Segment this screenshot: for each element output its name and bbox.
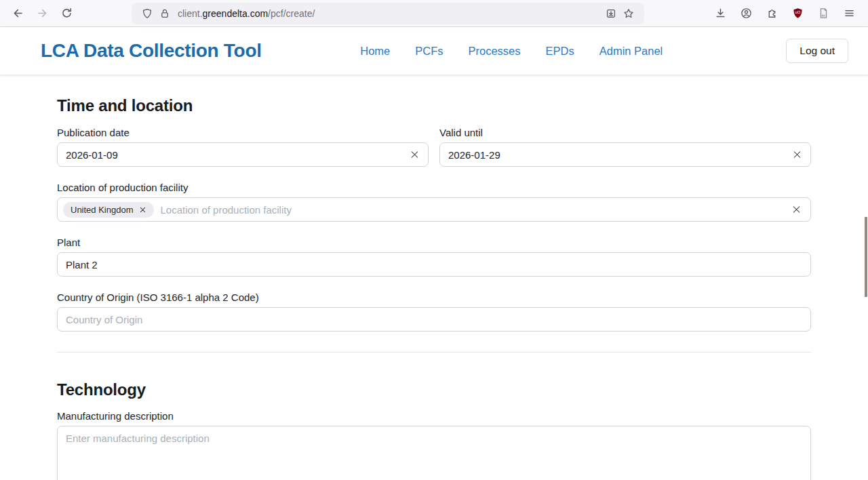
selected-location-tag-label: United Kingdom [71,205,134,215]
nav-link-epds[interactable]: EPDs [546,45,574,58]
forward-icon [37,7,48,19]
browser-nav-buttons [7,3,77,24]
valid-until-clear-icon[interactable] [792,150,802,160]
plant-label: Plant [57,237,811,248]
url-text[interactable]: client.greendelta.com/pcf/create/ [178,8,315,19]
manufacturing-description-textarea[interactable] [57,426,811,480]
scrollbar-thumb[interactable] [865,217,867,297]
section-title-time-and-location: Time and location [57,96,811,115]
tracking-protection-shield-icon[interactable] [138,5,156,22]
back-icon [12,7,24,19]
main-nav: Home PCFs Processes EPDs Admin Panel [360,45,663,58]
plant-input[interactable] [57,252,811,277]
save-to-pocket-button[interactable] [602,5,620,22]
nav-link-admin-panel[interactable]: Admin Panel [599,45,663,58]
document-icon [818,7,829,19]
reload-button[interactable] [56,3,77,24]
country-of-origin-input[interactable] [57,307,811,332]
valid-until-input[interactable] [439,142,811,167]
pcf-create-form: Time and location Publication date Valid… [0,75,868,480]
remove-tag-icon[interactable] [139,206,146,214]
nav-link-home[interactable]: Home [360,45,390,58]
nav-link-processes[interactable]: Processes [469,45,521,58]
site-header: LCA Data Collection Tool Home PCFs Proce… [0,27,868,75]
ublock-origin-button[interactable]: uO [787,3,808,24]
reload-icon [61,7,73,19]
extensions-button[interactable] [761,3,783,24]
logout-button[interactable]: Log out [786,39,848,63]
location-multiselect[interactable]: United Kingdom [57,197,811,222]
browser-toolbar: client.greendelta.com/pcf/create/ uO [0,0,868,27]
manufacturing-description-field: Manufacturing description [57,410,811,480]
url-subdomain: client. [178,8,203,19]
browser-action-buttons: uO [709,3,861,24]
forward-button[interactable] [31,3,53,24]
ublock-shield-icon: uO [792,7,804,19]
section-divider [57,352,811,353]
box-arrow-down-icon [606,8,616,19]
valid-until-field: Valid until [439,127,811,167]
back-button[interactable] [7,3,28,24]
publication-date-input[interactable] [57,142,429,167]
star-icon [623,8,634,19]
location-label: Location of production facility [57,182,811,193]
publication-date-clear-icon[interactable] [410,150,420,160]
location-field: Location of production facility United K… [57,182,811,222]
svg-text:uO: uO [795,10,800,14]
url-domain: greendelta.com [203,8,269,19]
country-of-origin-field: Country of Origin (ISO 3166-1 alpha 2 Co… [57,292,811,332]
plant-field: Plant [57,237,811,277]
valid-until-label: Valid until [439,127,811,138]
date-fields-row: Publication date Valid until [57,127,811,167]
hamburger-icon [844,7,855,19]
app-title[interactable]: LCA Data Collection Tool [41,40,262,62]
location-clear-icon[interactable] [791,205,802,215]
selected-location-tag: United Kingdom [63,202,154,218]
country-of-origin-label: Country of Origin (ISO 3166-1 alpha 2 Co… [57,292,811,303]
puzzle-piece-icon [766,7,778,19]
notes-page-button[interactable] [812,3,834,24]
nav-link-pcfs[interactable]: PCFs [415,45,443,58]
account-icon [741,7,752,19]
location-input[interactable] [154,198,785,221]
bookmark-star-button[interactable] [620,5,637,22]
downloads-button[interactable] [709,3,731,24]
section-title-technology: Technology [57,380,811,399]
account-button[interactable] [735,3,757,24]
url-path: /pcf/create/ [268,8,315,19]
download-icon [715,7,726,19]
publication-date-label: Publication date [57,127,429,138]
url-bar[interactable]: client.greendelta.com/pcf/create/ [132,3,644,24]
lock-icon[interactable] [156,5,174,22]
manufacturing-description-label: Manufacturing description [57,410,811,422]
publication-date-field: Publication date [57,127,429,167]
menu-button[interactable] [838,3,860,24]
